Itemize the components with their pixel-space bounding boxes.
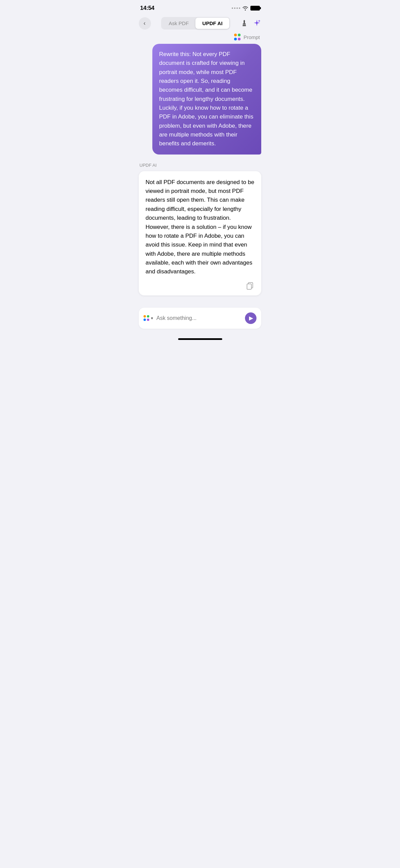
status-icons (232, 6, 260, 11)
input-container: ▾ ▶ (139, 308, 261, 329)
status-bar: 14:54 (133, 0, 267, 14)
svg-rect-0 (244, 20, 245, 23)
svg-rect-3 (247, 284, 251, 289)
signal-icon (232, 7, 240, 9)
copy-button[interactable] (245, 281, 254, 290)
status-time: 14:54 (140, 5, 154, 12)
chat-content: Prompt Rewrite this: Not every PDF docum… (133, 34, 267, 304)
send-icon: ▶ (249, 315, 253, 321)
ai-bubble-actions (146, 281, 254, 290)
back-button[interactable]: ‹ (139, 17, 151, 30)
input-chevron-icon[interactable]: ▾ (151, 316, 153, 321)
nav-bar: ‹ Ask PDF UPDF AI (133, 14, 267, 34)
user-message-text: Rewrite this: Not every PDF document is … (159, 51, 253, 147)
user-message-bubble: Rewrite this: Not every PDF document is … (152, 44, 261, 155)
input-area: ▾ ▶ (133, 304, 267, 336)
clean-icon[interactable] (240, 19, 248, 28)
ai-response-text: Not all PDF documents are designed to be… (146, 179, 254, 275)
back-chevron-icon: ‹ (144, 20, 146, 27)
tab-ask-pdf[interactable]: Ask PDF (162, 18, 195, 29)
battery-icon (250, 6, 260, 11)
prompt-text: Prompt (244, 34, 260, 40)
input-dots-icon (144, 315, 150, 321)
nav-segment: Ask PDF UPDF AI (161, 17, 230, 30)
tab-updf-ai[interactable]: UPDF AI (195, 18, 229, 29)
prompt-dots-icon (234, 34, 241, 40)
chat-input[interactable] (156, 315, 242, 321)
ai-response-bubble: Not all PDF documents are designed to be… (139, 171, 261, 295)
sparkle-icon[interactable] (252, 19, 261, 28)
ai-label: UPDF AI (139, 163, 261, 168)
home-bar (178, 338, 222, 340)
send-button[interactable]: ▶ (245, 312, 256, 324)
wifi-icon (242, 6, 248, 11)
prompt-label-row: Prompt (139, 34, 261, 40)
nav-actions (240, 19, 261, 28)
home-indicator (133, 336, 267, 342)
input-left-controls: ▾ (144, 315, 153, 321)
